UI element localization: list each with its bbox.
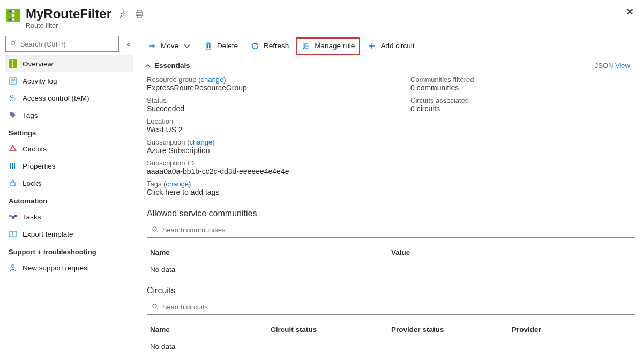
refresh-label: Refresh [264, 42, 289, 50]
field-subscription: Subscription (change) Azure Subscription [147, 138, 389, 155]
sidebar-search[interactable] [5, 36, 119, 52]
pin-icon[interactable] [119, 10, 128, 18]
change-resource-group-link[interactable]: change [200, 75, 223, 84]
search-circuits-input[interactable] [162, 303, 631, 311]
svg-rect-2 [12, 14, 14, 17]
sidebar-item-locks[interactable]: Locks [5, 175, 133, 192]
svg-point-17 [11, 95, 13, 98]
field-tags: Tags (change) Click here to add tags [147, 180, 389, 196]
sidebar-section-support: Support + troubleshooting [5, 242, 133, 259]
sidebar-section-automation: Automation [5, 192, 133, 208]
essentials-title[interactable]: Essentials [154, 62, 190, 70]
svg-point-47 [153, 304, 157, 308]
page-title: MyRouteFilter [26, 6, 111, 21]
sidebar-item-label: New support request [23, 264, 89, 272]
manage-rule-label: Manage rule [315, 42, 355, 50]
sidebar-item-overview[interactable]: Overview [5, 55, 133, 72]
svg-rect-5 [137, 10, 141, 12]
print-icon[interactable] [135, 10, 144, 18]
svg-rect-30 [206, 44, 211, 49]
tasks-icon [9, 213, 17, 221]
json-view-link[interactable]: JSON View [595, 62, 630, 70]
sidebar-item-tags[interactable]: Tags [5, 107, 133, 124]
field-circuits: Circuits associated 0 circuits [410, 96, 635, 113]
svg-rect-23 [11, 183, 15, 186]
change-subscription-link[interactable]: change [190, 138, 213, 146]
circuits-icon [9, 145, 17, 153]
svg-line-8 [14, 45, 16, 47]
sidebar-item-label: Locks [23, 179, 41, 187]
chevron-down-icon [183, 42, 191, 50]
svg-rect-22 [14, 163, 15, 169]
field-resource-group: Resource group (change) ExpressRouteReso… [147, 75, 389, 92]
sidebar-item-circuits[interactable]: Circuits [5, 140, 133, 157]
export-template-icon [9, 230, 17, 238]
sidebar-item-access-control[interactable]: Access control (IAM) [5, 89, 133, 107]
field-status: Status Succeeded [147, 96, 389, 113]
add-circuit-button[interactable]: Add circuit [362, 37, 420, 55]
field-location: Location West US 2 [147, 117, 389, 134]
svg-rect-21 [12, 163, 13, 169]
route-filter-icon [5, 7, 21, 24]
sidebar-item-tasks[interactable]: Tasks [5, 208, 133, 225]
close-icon[interactable]: ✕ [625, 5, 634, 18]
search-communities[interactable] [147, 222, 635, 238]
svg-rect-25 [12, 216, 14, 219]
move-button[interactable]: Move [143, 37, 197, 55]
circuits-table-header: Name Circuit status Provider status Prov… [147, 321, 635, 338]
collapse-sidebar-icon[interactable]: « [124, 37, 133, 50]
svg-rect-12 [12, 65, 13, 67]
search-circuits[interactable] [147, 299, 635, 315]
svg-point-45 [153, 227, 157, 231]
access-control-icon [9, 94, 17, 102]
chevron-up-icon[interactable] [145, 63, 151, 69]
resource-group-value[interactable]: ExpressRouteResourceGroup [147, 84, 389, 92]
sidebar-section-settings: Settings [5, 124, 133, 140]
sidebar-item-activity-log[interactable]: Activity log [5, 72, 133, 89]
route-filter-icon [9, 59, 17, 68]
svg-rect-24 [9, 215, 12, 217]
svg-marker-19 [10, 146, 16, 151]
svg-point-28 [12, 265, 14, 268]
svg-point-18 [14, 98, 16, 100]
refresh-button[interactable]: Refresh [245, 37, 294, 55]
circuits-no-data: No data [147, 338, 635, 355]
activity-log-icon [9, 77, 17, 85]
delete-button[interactable]: Delete [199, 37, 243, 55]
svg-rect-26 [14, 215, 17, 217]
allowed-communities-title: Allowed service communities [147, 209, 635, 218]
circuits-title: Circuits [147, 286, 635, 295]
move-label: Move [161, 42, 178, 50]
communities-table-header: Name Value [147, 244, 635, 261]
field-subscription-id: Subscription ID aaaa0a0a-bb1b-cc2c-dd3d-… [147, 159, 389, 176]
sidebar-item-label: Access control (IAM) [23, 94, 89, 102]
svg-point-7 [11, 41, 15, 45]
support-icon [9, 263, 17, 272]
tags-value[interactable]: Click here to add tags [147, 188, 389, 196]
svg-rect-3 [12, 18, 14, 20]
change-tags-link[interactable]: change [166, 180, 189, 188]
svg-point-40 [306, 45, 308, 47]
page-subtitle: Route filter [26, 22, 144, 29]
sidebar-item-export-template[interactable]: Export template [5, 225, 133, 242]
delete-label: Delete [217, 42, 238, 50]
sidebar-item-properties[interactable]: Properties [5, 157, 133, 175]
svg-point-38 [304, 43, 306, 44]
sidebar-item-label: Properties [23, 162, 56, 170]
svg-line-46 [156, 231, 158, 232]
sidebar-item-label: Tags [23, 111, 38, 119]
svg-rect-1 [12, 10, 14, 12]
svg-rect-10 [12, 60, 13, 62]
sidebar-search-input[interactable] [20, 40, 115, 48]
svg-line-48 [156, 308, 158, 309]
add-circuit-label: Add circuit [380, 42, 414, 50]
subscription-value[interactable]: Azure Subscription [147, 146, 389, 155]
manage-rule-button[interactable]: Manage rule [296, 37, 360, 55]
sidebar-item-label: Export template [23, 230, 73, 238]
svg-rect-20 [10, 163, 11, 169]
search-communities-input[interactable] [162, 226, 631, 234]
tags-icon [9, 111, 17, 119]
sidebar-item-new-support-request[interactable]: New support request [5, 259, 133, 276]
sidebar-item-label: Overview [23, 60, 53, 68]
sidebar-item-label: Tasks [23, 213, 41, 221]
